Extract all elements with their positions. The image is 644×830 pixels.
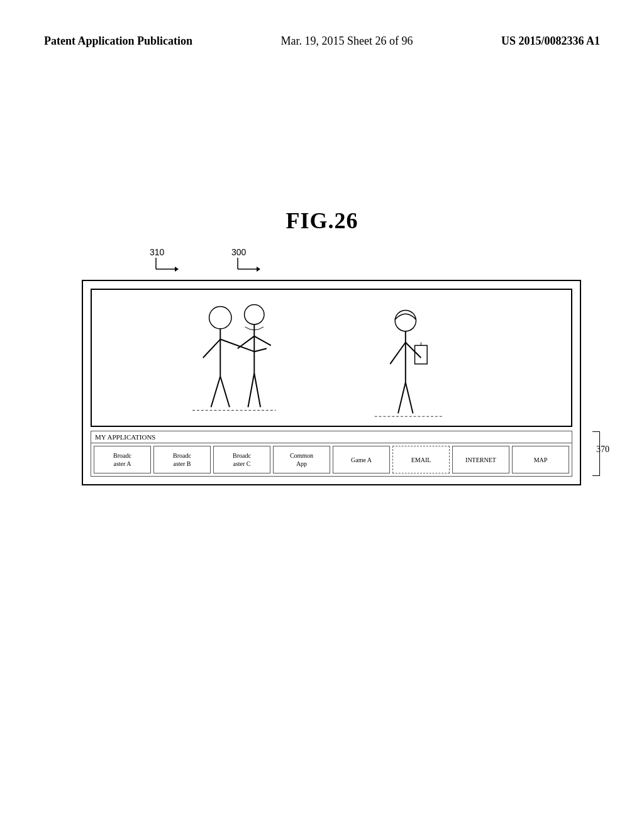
ref-310-label: 310 [150,247,165,257]
app-icons-row: Broadc aster ABroadc aster BBroadc aster… [91,443,572,476]
svg-marker-2 [175,267,179,272]
inner-screen [91,289,572,427]
app-bar: MY APPLICATIONS Broadc aster ABroadc ast… [91,431,572,477]
figure-title: FIG.26 [0,208,644,234]
svg-line-15 [238,336,255,349]
app-icon: Common App [273,446,330,473]
svg-line-18 [248,374,254,407]
header-left-text: Patent Application Publication [44,35,192,48]
tv-outer-frame: MY APPLICATIONS Broadc aster ABroadc ast… [82,280,581,485]
svg-line-21 [390,342,406,363]
svg-line-26 [398,382,406,413]
svg-line-16 [254,336,271,346]
app-icon: Broadc aster A [94,446,151,473]
app-icon: EMAIL [392,446,450,473]
app-icon: Broadc aster C [213,446,270,473]
svg-point-19 [395,310,416,331]
svg-rect-23 [415,345,428,363]
svg-line-22 [406,342,421,358]
ref-370-label: 370 [596,445,609,455]
svg-line-9 [254,348,267,351]
app-icon: Game A [333,446,390,473]
app-icon: INTERNET [452,446,509,473]
svg-point-6 [209,307,231,329]
header-center-text: Mar. 19, 2015 Sheet 26 of 96 [281,35,413,48]
my-applications-label: MY APPLICATIONS [91,431,572,443]
svg-line-11 [220,376,230,407]
svg-line-10 [203,340,220,358]
app-icon: Broadc aster B [153,446,211,473]
page-header: Patent Application Publication Mar. 19, … [0,35,644,48]
scene-svg [92,290,571,426]
svg-line-17 [254,374,260,407]
svg-point-13 [245,305,264,324]
svg-line-12 [211,376,221,407]
svg-line-25 [406,382,413,413]
svg-line-8 [220,340,254,352]
app-icon: MAP [512,446,569,473]
ref-300-label: 300 [231,247,247,257]
diagram-area: 310 300 [82,245,581,485]
svg-marker-5 [257,267,260,272]
patent-number: US 2015/0082336 A1 [501,35,600,48]
reference-labels: 310 300 [82,245,581,277]
ref-arrows-svg: 310 300 [82,245,270,277]
